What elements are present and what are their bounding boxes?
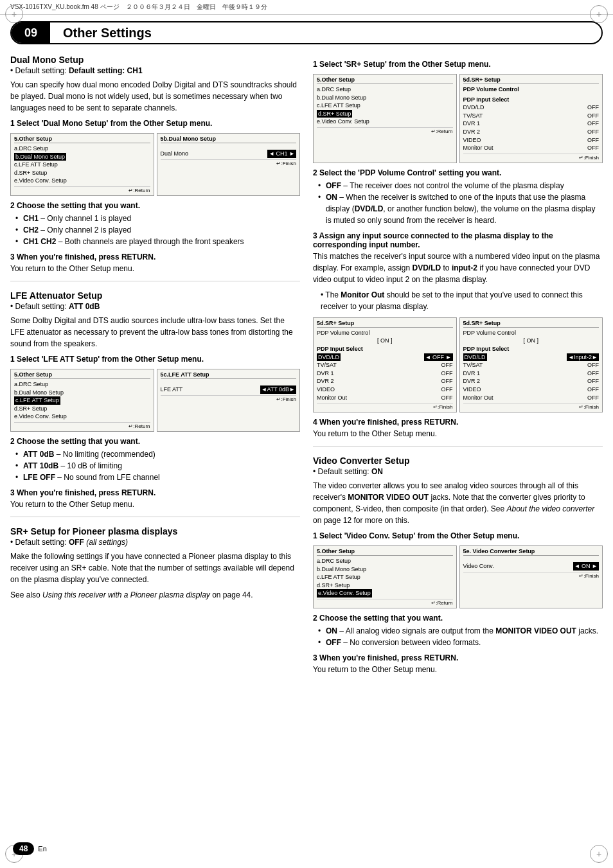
sr-plus-body1: Make the following settings if you have …: [10, 551, 300, 585]
vc-step3: 3 When you're finished, press RETURN.: [313, 653, 603, 662]
corner-mark-tr: [590, 5, 608, 23]
bullet-lfe-off: LFE OFF – No sound from LFE channel: [15, 472, 300, 483]
page-lang: En: [38, 845, 46, 853]
monitor-out-note: • The Monitor Out should be set to the i…: [321, 289, 603, 312]
video-converter-default: • Default setting: ON: [313, 467, 603, 476]
screen-title: 5.Other Setup: [14, 136, 150, 143]
sr-screens-step3: 5d.SR+ Setup PDP Volume Control [ ON ] P…: [313, 317, 603, 412]
chapter-header: 09 Other Settings: [10, 21, 603, 44]
page-number: 48: [13, 842, 34, 855]
main-content: Dual Mono Setup • Default setting: Defau…: [10, 55, 603, 678]
divider-2: [10, 517, 300, 517]
sr-plus-body2: See also Using this receiver with a Pion…: [10, 589, 300, 601]
sr-step3-body: This matches the receiver's input source…: [313, 251, 603, 285]
divider-1: [10, 281, 300, 281]
screen-sr-step3-left: 5d.SR+ Setup PDP Volume Control [ ON ] P…: [313, 317, 457, 412]
lfe-default: • Default setting: ATT 0dB: [10, 302, 300, 311]
lfe-step3: 3 When you're finished, press RETURN.: [10, 488, 300, 497]
bullet-ch2: CH2 – Only channel 2 is played: [15, 224, 300, 236]
sr-step2: 2 Select the 'PDP Volume Control' settin…: [313, 168, 603, 177]
dual-mono-bullets: CH1 – Only channel 1 is played CH2 – Onl…: [15, 213, 300, 247]
chapter-title: Other Settings: [50, 26, 164, 40]
lfe-heading: LFE Attenuator Setup: [10, 290, 300, 301]
sr-step3: 3 Assign any input source connected to t…: [313, 231, 603, 249]
page-footer: 48 En: [13, 842, 47, 855]
bullet-sr-off: OFF – The receiver does not control the …: [318, 180, 603, 191]
vc-step2: 2 Choose the setting that you want.: [313, 614, 603, 623]
video-converter-body: The video converter allows you to see an…: [313, 480, 603, 526]
corner-mark-tl: [5, 5, 23, 23]
sr-step1: 1 Select 'SR+ Setup' from the Other Setu…: [313, 60, 603, 69]
lfe-step1: 1 Select 'LFE ATT Setup' from the Other …: [10, 355, 300, 364]
sr-screen1: 5.Other Setup a.DRC Setup b.Dual Mono Se…: [313, 74, 603, 163]
screen-other-setup-dual: 5.Other Setup a.DRC Setup b.Dual Mono Se…: [10, 133, 154, 196]
screen-other-setup-sr: 5.Other Setup a.DRC Setup b.Dual Mono Se…: [313, 74, 457, 163]
screen-other-setup-vc: 5.Other Setup a.DRC Setup b.Dual Mono Se…: [313, 545, 457, 608]
file-info: VSX-1016TXV_KU.book.fm 48 ページ ２００６年３月２４日…: [10, 3, 267, 12]
sr-plus-default: • Default setting: OFF (all settings): [10, 538, 300, 547]
dual-mono-heading: Dual Mono Setup: [10, 55, 300, 65]
vc-bullets: ON – All analog video signals are output…: [318, 625, 603, 648]
divider-3: [313, 446, 603, 447]
left-column: Dual Mono Setup • Default setting: Defau…: [10, 55, 300, 678]
vc-step1: 1 Select 'Video Conv. Setup' from the Ot…: [313, 531, 603, 540]
sr-plus-heading: SR+ Setup for Pioneer plasma displays: [10, 526, 300, 536]
video-converter-heading: Video Converter Setup: [313, 456, 603, 466]
corner-mark-br: [590, 845, 608, 863]
dual-mono-screen: 5.Other Setup a.DRC Setup b.Dual Mono Se…: [10, 133, 300, 196]
screen-vc-setup: 5e. Video Converter Setup Video Conv. ◄ …: [459, 545, 603, 608]
screen-sr-step3-right: 5d.SR+ Setup PDP Volume Control [ ON ] P…: [459, 317, 603, 412]
sr-step4: 4 When you're finished, press RETURN.: [313, 418, 603, 427]
dual-mono-step2: 2 Choose the setting that you want.: [10, 201, 300, 210]
top-bar: VSX-1016TXV_KU.book.fm 48 ページ ２００６年３月２４日…: [0, 0, 613, 15]
vc-screen: 5.Other Setup a.DRC Setup b.Dual Mono Se…: [313, 545, 603, 608]
lfe-bullets: ATT 0dB – No limiting (recommended) ATT …: [15, 448, 300, 483]
screen-lfe-att-setup: 5c.LFE ATT Setup LFE ATT ◄ATT 0dB► ↵:Fin…: [157, 369, 301, 432]
bullet-att10db: ATT 10dB – 10 dB of limiting: [15, 460, 300, 472]
bullet-vc-off: OFF – No conversion between video format…: [318, 637, 603, 648]
bullet-vc-on: ON – All analog video signals are output…: [318, 625, 603, 637]
sr-bullets-pdp: OFF – The receiver does not control the …: [318, 180, 603, 226]
bullet-sr-on: ON – When the receiver is switched to on…: [318, 191, 603, 226]
chapter-number: 09: [12, 22, 50, 43]
screen-other-setup-lfe: 5.Other Setup a.DRC Setup b.Dual Mono Se…: [10, 369, 154, 432]
dual-mono-step3-text: You return to the Other Setup menu.: [10, 263, 300, 274]
dual-mono-default: • Default setting: Default setting: CH1: [10, 66, 300, 75]
lfe-step2: 2 Choose the setting that you want.: [10, 437, 300, 446]
screen-sr-setup: 5d.SR+ Setup PDP Volume Control PDP Inpu…: [459, 74, 603, 163]
right-column: 1 Select 'SR+ Setup' from the Other Setu…: [313, 55, 603, 678]
bullet-att0db: ATT 0dB – No limiting (recommended): [15, 448, 300, 460]
lfe-body: Some Dolby Digital and DTS audio sources…: [10, 315, 300, 350]
sr-step4-text: You return to the Other Setup menu.: [313, 428, 603, 439]
dual-mono-body: You can specify how dual mono encoded Do…: [10, 79, 300, 114]
dual-mono-step1: 1 Select 'Dual Mono Setup' from the Othe…: [10, 119, 300, 128]
dual-mono-step3: 3 When you're finished, press RETURN.: [10, 252, 300, 261]
lfe-screen: 5.Other Setup a.DRC Setup b.Dual Mono Se…: [10, 369, 300, 432]
vc-step3-text: You return to the Other Setup menu.: [313, 664, 603, 675]
bullet-ch1: CH1 – Only channel 1 is played: [15, 213, 300, 224]
screen-dual-mono-setup: 5b.Dual Mono Setup Dual Mono ◄ CH1 ► ↵:F…: [157, 133, 301, 196]
lfe-step3-text: You return to the Other Setup menu.: [10, 499, 300, 510]
bullet-ch1ch2: CH1 CH2 – Both channels are played throu…: [15, 236, 300, 247]
